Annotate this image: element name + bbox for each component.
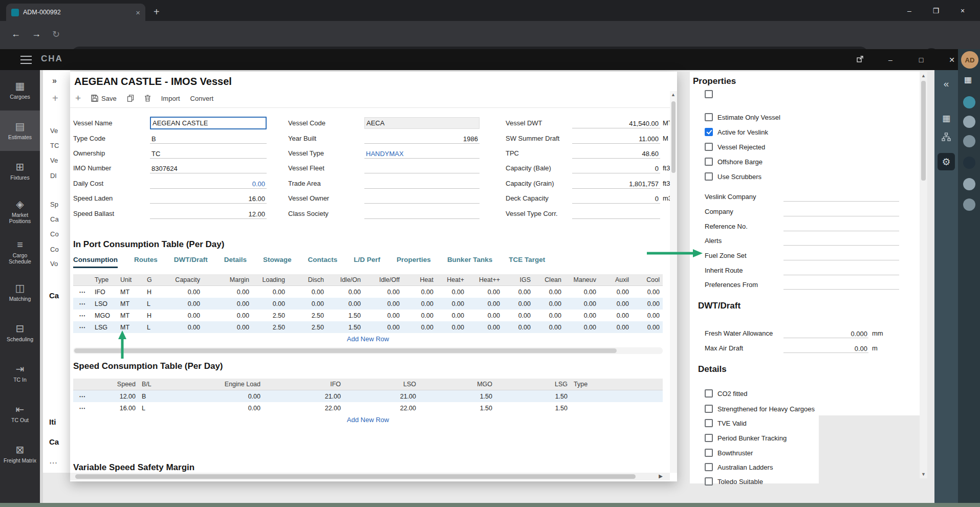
- tab-routes[interactable]: Routes: [134, 256, 158, 268]
- inport-horizontal-scrollbar[interactable]: [73, 347, 663, 354]
- inport-add-new-row-link[interactable]: Add New Row: [73, 335, 663, 343]
- field-input-veslink-company[interactable]: [783, 191, 899, 202]
- convert-button[interactable]: Convert: [190, 95, 214, 102]
- column-header-lso[interactable]: LSO: [344, 379, 419, 390]
- new-record-button[interactable]: +: [75, 93, 81, 104]
- grid-cell[interactable]: 0.00: [534, 298, 564, 310]
- window-maximize-button[interactable]: ❐: [923, 7, 949, 15]
- window-minimize-button[interactable]: –: [896, 7, 923, 15]
- grid-cell[interactable]: 0.00: [599, 298, 632, 310]
- grid-cell[interactable]: 0.00: [632, 310, 663, 321]
- grid-cell[interactable]: 12.00: [92, 390, 139, 403]
- field-input-type-code[interactable]: B: [150, 133, 267, 144]
- speed-add-new-row-link[interactable]: Add New Row: [73, 416, 663, 424]
- add-row-icon[interactable]: +: [52, 93, 58, 104]
- field-input-vessel-type[interactable]: HANDYMAX: [364, 148, 480, 159]
- grid-cell[interactable]: [571, 390, 663, 403]
- row-menu-icon[interactable]: ⋯: [73, 310, 92, 321]
- field-input-deck-capacity[interactable]: 0: [572, 193, 660, 204]
- details-checkbox-bowthruster[interactable]: [705, 449, 713, 457]
- grid-cell[interactable]: 1.50: [327, 321, 364, 333]
- grid-cell[interactable]: 0.00: [564, 310, 599, 321]
- open-in-new-window-icon[interactable]: [844, 56, 875, 64]
- grid-cell[interactable]: 2.50: [252, 321, 288, 333]
- field-input-imo-number[interactable]: 8307624: [150, 163, 267, 173]
- properties-scrollbar[interactable]: ▲ ▼: [920, 72, 927, 478]
- column-header-maneuv[interactable]: Maneuv: [564, 274, 599, 286]
- column-header-lsg[interactable]: LSG: [495, 379, 571, 390]
- grid-cell[interactable]: 22.00: [264, 402, 344, 414]
- properties-checkbox-offshore-barge[interactable]: [705, 158, 713, 166]
- grid-cell[interactable]: 0.00: [503, 286, 534, 298]
- scroll-up-icon[interactable]: ▲: [671, 92, 676, 97]
- field-input-company[interactable]: [783, 206, 899, 216]
- field-input-fuel-zone-set[interactable]: [783, 250, 899, 260]
- row-menu-icon[interactable]: ⋯: [73, 402, 92, 414]
- gear-icon[interactable]: ⚙: [934, 156, 958, 168]
- field-input-reference-no[interactable]: [783, 221, 899, 231]
- right-rail-icon-3[interactable]: [963, 135, 975, 147]
- grid-cell[interactable]: H: [144, 286, 158, 298]
- grid-cell[interactable]: 0.00: [467, 310, 503, 321]
- browser-tab[interactable]: ADM-000992 ×: [6, 4, 145, 21]
- details-checkbox-tve-valid[interactable]: [705, 419, 713, 427]
- column-header-clean[interactable]: Clean: [534, 274, 564, 286]
- right-rail-icon-6[interactable]: [963, 199, 975, 211]
- sidebar-item-freight-matrix[interactable]: ⊠Freight Matrix: [0, 434, 40, 474]
- grid-cell[interactable]: 0.00: [437, 321, 467, 333]
- grid-cell[interactable]: 0.00: [534, 310, 564, 321]
- grid-cell[interactable]: 1.50: [327, 310, 364, 321]
- column-header-loading[interactable]: Loading: [252, 274, 288, 286]
- tab-l-d-perf[interactable]: L/D Perf: [354, 256, 380, 268]
- grid-cell[interactable]: 0.00: [503, 310, 534, 321]
- sidebar-item-cargoes[interactable]: ▦Cargoes: [0, 70, 40, 111]
- field-input-class-society[interactable]: [364, 208, 480, 219]
- field-input-preferences-from[interactable]: [783, 279, 899, 290]
- column-header-mgo[interactable]: MGO: [419, 379, 495, 390]
- column-header-g[interactable]: G: [144, 274, 158, 286]
- column-header-disch[interactable]: Disch: [288, 274, 327, 286]
- modal-vertical-scrollbar[interactable]: ▲: [670, 91, 677, 473]
- apps-grid-icon[interactable]: ▦: [964, 75, 972, 84]
- grid-cell[interactable]: 0.00: [599, 310, 632, 321]
- grid-cell[interactable]: 0.00: [467, 286, 503, 298]
- right-rail-icon-1[interactable]: [963, 96, 975, 108]
- field-input-speed-laden[interactable]: 16.00: [150, 193, 267, 204]
- right-rail-icon-4[interactable]: [963, 157, 975, 169]
- field-input-vessel-owner[interactable]: [364, 193, 480, 204]
- grid-cell[interactable]: 0.00: [467, 321, 503, 333]
- properties-checkbox-use-scrubbers[interactable]: [705, 172, 713, 181]
- grid-cell[interactable]: 0.00: [403, 310, 437, 321]
- sidebar-item-matching[interactable]: ◫Matching: [0, 272, 40, 313]
- properties-checkbox-active-for-veslink[interactable]: [705, 128, 713, 136]
- grid-cell[interactable]: 0.00: [467, 298, 503, 310]
- column-header-ifo[interactable]: IFO: [264, 379, 344, 390]
- field-input-trade-area[interactable]: [364, 178, 480, 189]
- grid-cell[interactable]: LSO: [92, 298, 117, 310]
- grid-cell[interactable]: 0.00: [599, 286, 632, 298]
- import-button[interactable]: Import: [161, 95, 180, 102]
- modal-horizontal-scrollbar[interactable]: ▶: [70, 473, 670, 480]
- grid-cell[interactable]: 0.00: [158, 321, 203, 333]
- grid-cell[interactable]: 0.00: [288, 286, 327, 298]
- grid-cell[interactable]: 0.00: [364, 310, 403, 321]
- grid-cell[interactable]: 1.50: [495, 402, 571, 414]
- field-input-alerts[interactable]: [783, 235, 899, 246]
- right-rail-icon-2[interactable]: [963, 116, 975, 128]
- field-input-speed-ballast[interactable]: 12.00: [150, 208, 267, 219]
- grid-cell[interactable]: 0.00: [203, 310, 252, 321]
- delete-button[interactable]: [144, 95, 151, 102]
- user-avatar[interactable]: AD: [961, 51, 978, 69]
- grid-cell[interactable]: 0.00: [203, 286, 252, 298]
- modal-minimize-icon[interactable]: –: [875, 56, 906, 64]
- scroll-right-icon[interactable]: ▶: [659, 473, 663, 479]
- field-input-vessel-dwt[interactable]: 41,540.00: [572, 118, 660, 128]
- sidebar-item-estimates[interactable]: ▤Estimates: [0, 111, 40, 151]
- grid-cell[interactable]: 0.00: [599, 321, 632, 333]
- column-header-heat[interactable]: Heat+: [437, 274, 467, 286]
- sidebar-item-tc-out[interactable]: ⇤TC Out: [0, 393, 40, 434]
- grid-cell[interactable]: 2.50: [288, 310, 327, 321]
- field-input-ownership[interactable]: TC: [150, 148, 267, 159]
- column-header-auxil[interactable]: Auxil: [599, 274, 632, 286]
- grid-cell[interactable]: 0.00: [364, 298, 403, 310]
